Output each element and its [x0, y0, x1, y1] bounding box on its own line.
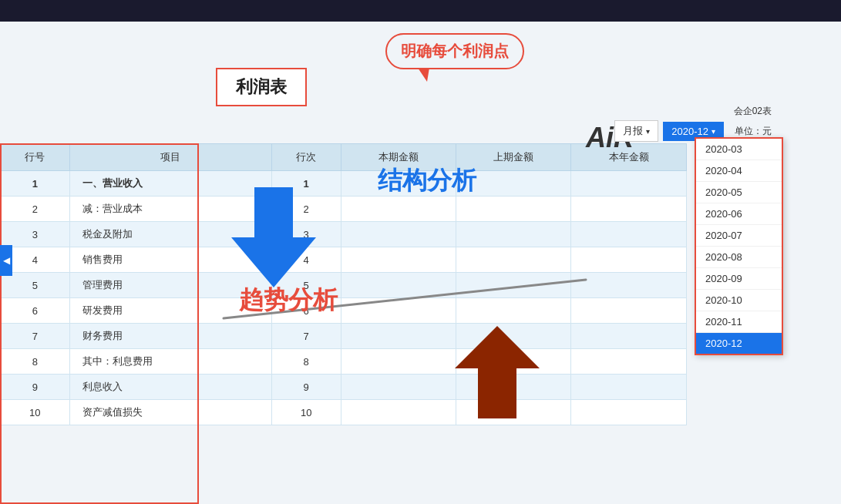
cell-current [341, 247, 456, 273]
table-row: 6研发费用6 [1, 298, 687, 324]
dropdown-item[interactable]: 2020-07 [696, 225, 782, 247]
main-container: 明确每个利润点 利润表 AiR 会企02表 月报 ▾ 2020-12 ▾ 单位：… [0, 0, 841, 504]
period-chevron-icon: ▾ [711, 127, 715, 136]
cell-rownum: 6 [1, 298, 70, 324]
period-dropdown[interactable]: 2020-032020-042020-052020-062020-072020-… [695, 137, 783, 355]
cell-linenum: 8 [271, 349, 341, 375]
jiegou-label: 结构分析 [378, 164, 476, 198]
cell-linenum: 4 [271, 247, 341, 273]
table-row: 1一、营业收入1 [1, 171, 687, 197]
cell-item: 销售费用 [69, 247, 271, 273]
col-header-linenum: 行次 [271, 144, 341, 171]
page-title: 利润表 [236, 77, 287, 96]
cell-item: 利息收入 [69, 375, 271, 400]
left-sidebar-toggle[interactable]: ◀ [0, 245, 12, 276]
cell-annual [571, 222, 687, 247]
cell-annual [571, 197, 687, 222]
cell-current [341, 349, 456, 375]
cell-item: 资产减值损失 [69, 400, 271, 425]
title-box: 利润表 [216, 68, 307, 106]
dropdown-item[interactable]: 2020-10 [696, 290, 782, 311]
cell-linenum: 9 [271, 375, 341, 400]
cell-annual [571, 171, 687, 197]
report-type-select[interactable]: 月报 ▾ [614, 120, 658, 142]
cell-annual [571, 349, 687, 375]
cell-item: 税金及附加 [69, 222, 271, 247]
cell-current [341, 197, 456, 222]
dropdown-item[interactable]: 2020-04 [696, 160, 782, 182]
unit-label: 单位：元 [735, 125, 772, 138]
cell-current [341, 273, 456, 298]
cell-annual [571, 324, 687, 349]
cell-prior [456, 222, 571, 247]
table-container: 行号 项目 行次 本期金额 上期金额 本年金额 1一、营业收入12减：营业成本2… [0, 143, 687, 504]
cell-item: 财务费用 [69, 324, 271, 349]
table-row: 8其中：利息费用8 [1, 349, 687, 375]
cell-current [341, 324, 456, 349]
cell-rownum: 10 [1, 400, 70, 425]
cell-linenum: 2 [271, 197, 341, 222]
top-right-info: 会企02表 [734, 105, 772, 118]
dropdown-item[interactable]: 2020-06 [696, 203, 782, 225]
profit-table: 行号 项目 行次 本期金额 上期金额 本年金额 1一、营业收入12减：营业成本2… [0, 143, 687, 425]
dropdown-item[interactable]: 2020-05 [696, 182, 782, 203]
col-header-item: 项目 [69, 144, 271, 171]
cell-annual [571, 400, 687, 425]
cell-prior [456, 349, 571, 375]
cell-annual [571, 247, 687, 273]
table-header-row: 行号 项目 行次 本期金额 上期金额 本年金额 [1, 144, 687, 171]
cell-prior [456, 298, 571, 324]
cell-current [341, 298, 456, 324]
cell-current [341, 375, 456, 400]
cell-item: 减：营业成本 [69, 197, 271, 222]
col-header-rownum: 行号 [1, 144, 70, 171]
content-area: 明确每个利润点 利润表 AiR 会企02表 月报 ▾ 2020-12 ▾ 单位：… [0, 22, 841, 504]
qushi-label: 趋势分析 [239, 284, 338, 318]
cell-rownum: 1 [1, 171, 70, 197]
cell-rownum: 7 [1, 324, 70, 349]
top-bar [0, 0, 841, 22]
cell-prior [456, 400, 571, 425]
cell-prior [456, 197, 571, 222]
cell-rownum: 8 [1, 349, 70, 375]
cell-rownum: 3 [1, 222, 70, 247]
dropdown-item[interactable]: 2020-03 [696, 139, 782, 160]
table-row: 10资产减值损失10 [1, 400, 687, 425]
cell-annual [571, 298, 687, 324]
table-row: 9利息收入9 [1, 375, 687, 400]
cell-linenum: 7 [271, 324, 341, 349]
table-row: 3税金及附加3 [1, 222, 687, 247]
cell-linenum: 3 [271, 222, 341, 247]
cell-prior [456, 247, 571, 273]
chevron-icon: ▾ [646, 127, 650, 136]
callout-bubble: 明确每个利润点 [385, 33, 524, 69]
dropdown-item[interactable]: 2020-09 [696, 268, 782, 290]
table-row: 4销售费用4 [1, 247, 687, 273]
dropdown-item[interactable]: 2020-11 [696, 311, 782, 333]
cell-current [341, 400, 456, 425]
table-row: 7财务费用7 [1, 324, 687, 349]
cell-rownum: 5 [1, 273, 70, 298]
table-row: 5管理费用5 [1, 273, 687, 298]
table-row: 2减：营业成本2 [1, 197, 687, 222]
callout-text: 明确每个利润点 [385, 33, 524, 69]
cell-linenum: 10 [271, 400, 341, 425]
cell-current [341, 222, 456, 247]
cell-rownum: 9 [1, 375, 70, 400]
cell-rownum: 2 [1, 197, 70, 222]
cell-prior [456, 273, 571, 298]
cell-prior [456, 324, 571, 349]
cell-annual [571, 375, 687, 400]
dropdown-item[interactable]: 2020-12 [696, 333, 782, 354]
cell-linenum: 1 [271, 171, 341, 197]
dropdown-item[interactable]: 2020-08 [696, 247, 782, 268]
cell-item: 其中：利息费用 [69, 349, 271, 375]
cell-annual [571, 273, 687, 298]
cell-prior [456, 375, 571, 400]
cell-item: 一、营业收入 [69, 171, 271, 197]
